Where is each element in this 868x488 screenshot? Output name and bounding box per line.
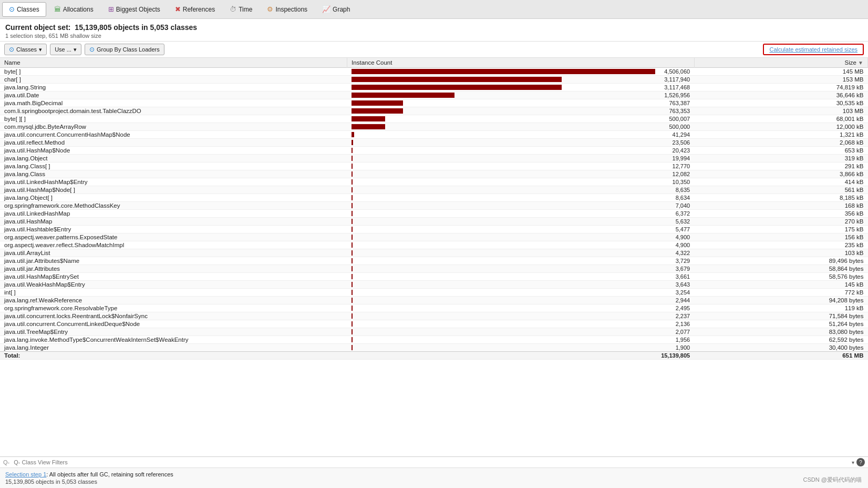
table-row[interactable]: java.util.reflect.Method 23,506 2,068 kB <box>0 139 868 147</box>
nav-tab-classes[interactable]: ⊙Classes <box>2 2 46 17</box>
current-set-count: 15,139,805 objects in 5,053 classes <box>75 23 197 32</box>
count-bar-fill <box>352 219 353 224</box>
table-row[interactable]: java.util.concurrent.locks.ReentrantLock… <box>0 312 868 320</box>
table-row[interactable]: com.mysql.jdbc.ByteArrayRow 500,000 12,0… <box>0 123 868 131</box>
table-row[interactable]: java.lang.Class[ ] 12,770 291 kB <box>0 162 868 170</box>
count-value: 5,477 <box>658 226 690 232</box>
table-row[interactable]: java.util.HashMap$EntrySet 3,661 58,576 … <box>0 273 868 281</box>
group-by-class-loaders-btn[interactable]: ⊙ Group By Class Loaders <box>85 44 164 55</box>
table-row[interactable]: byte[ ][ ] 500,007 68,001 kB <box>0 115 868 123</box>
cell-class-name: int[ ] <box>0 289 347 297</box>
cell-size: 1,321 kB <box>694 131 867 139</box>
cell-instance-count: 1,526,956 <box>347 92 695 99</box>
filter-bar: Q- ▾ ? <box>0 456 868 467</box>
table-row[interactable]: byte[ ] 4,506,060 145 MB <box>0 68 868 76</box>
cell-size: 89,496 bytes <box>694 257 867 265</box>
table-row[interactable]: java.util.WeakHashMap$Entry 3,643 145 kB <box>0 281 868 289</box>
count-value: 500,007 <box>658 116 690 122</box>
table-row[interactable]: java.lang.Class 12,082 3,866 kB <box>0 170 868 178</box>
count-bar-fill <box>352 100 403 106</box>
count-bar-fill <box>352 329 353 334</box>
cell-instance-count: 3,643 <box>347 281 695 289</box>
table-row[interactable]: java.lang.Object 19,994 319 kB <box>0 155 868 162</box>
table-row[interactable]: java.util.concurrent.ConcurrentLinkedDeq… <box>0 320 868 328</box>
use-dropdown-btn[interactable]: Use ... ▾ <box>50 44 81 55</box>
count-value: 3,679 <box>658 266 690 272</box>
table-row[interactable]: java.lang.ref.WeakReference 2,944 94,208… <box>0 297 868 304</box>
col-size[interactable]: Size ▼ <box>694 58 867 68</box>
table-row[interactable]: java.util.jar.Attributes 3,679 58,864 by… <box>0 265 868 273</box>
table-row[interactable]: org.springframework.core.ResolvableType … <box>0 304 868 312</box>
table-row[interactable]: java.lang.Object[ ] 8,634 8,185 kB <box>0 194 868 202</box>
current-set-label: Current object set: <box>5 23 70 32</box>
table-row[interactable]: int[ ] 3,254 772 kB <box>0 289 868 297</box>
class-table: Name Instance Count Size ▼ byte[ ] <box>0 58 868 360</box>
cell-instance-count: 4,900 <box>347 233 695 241</box>
table-row[interactable]: java.lang.Integer 1,900 30,400 bytes <box>0 344 868 352</box>
table-row[interactable]: java.util.HashMap$Node 20,423 653 kB <box>0 147 868 155</box>
cell-instance-count: 2,136 <box>347 320 695 328</box>
table-row[interactable]: java.util.HashMap 5,632 270 kB <box>0 218 868 226</box>
table-row[interactable]: java.util.Date 1,526,956 36,646 kB <box>0 92 868 99</box>
table-row[interactable]: org.aspectj.weaver.reflect.ShadowMatchIm… <box>0 241 868 249</box>
count-bar-fill <box>352 148 353 153</box>
table-row[interactable]: java.lang.String 3,117,468 74,819 kB <box>0 84 868 92</box>
count-bar-fill <box>352 77 562 82</box>
references-tab-label: References <box>183 6 215 13</box>
classes-tab-icon: ⊙ <box>9 5 15 13</box>
nav-tab-biggest[interactable]: ⊞Biggest Objects <box>101 2 167 17</box>
count-value: 763,353 <box>658 108 690 114</box>
cell-class-name: org.aspectj.weaver.patterns.ExposedState <box>0 233 347 241</box>
cell-size: 30,535 kB <box>694 99 867 107</box>
col-name[interactable]: Name <box>0 58 347 68</box>
dropdown-arrow-filter[interactable]: ▾ <box>852 460 854 465</box>
calc-retained-btn[interactable]: Calculate estimated retained sizes <box>763 44 864 55</box>
count-value: 5,632 <box>658 218 690 225</box>
nav-tab-inspections[interactable]: ⚙Inspections <box>260 2 314 17</box>
cell-class-name: java.lang.ref.WeakReference <box>0 297 347 304</box>
table-row[interactable]: java.lang.invoke.MethodType$ConcurrentWe… <box>0 336 868 344</box>
table-row[interactable]: org.springframework.core.MethodClassKey … <box>0 202 868 210</box>
cell-class-name: java.math.BigDecimal <box>0 99 347 107</box>
count-bar-bg <box>352 69 656 74</box>
count-bar-bg <box>352 227 656 232</box>
count-value: 4,900 <box>658 234 690 240</box>
classes-dropdown-btn[interactable]: ⊙ Classes ▾ <box>4 44 47 55</box>
cell-size: 30,400 bytes <box>694 344 867 352</box>
table-row[interactable]: java.util.LinkedHashMap 6,372 356 kB <box>0 210 868 218</box>
count-bar-bg <box>352 116 656 121</box>
col-instance-count[interactable]: Instance Count <box>347 58 695 68</box>
table-row[interactable]: char[ ] 3,117,940 153 MB <box>0 76 868 84</box>
cell-size: 156 kB <box>694 233 867 241</box>
count-bar-bg <box>352 313 656 319</box>
nav-tab-time[interactable]: ⏱Time <box>223 2 259 17</box>
filter-help-btn[interactable]: ? <box>856 458 865 466</box>
table-row[interactable]: java.util.HashMap$Node[ ] 8,635 561 kB <box>0 186 868 194</box>
table-row[interactable]: org.aspectj.weaver.patterns.ExposedState… <box>0 233 868 241</box>
count-bar-fill <box>352 274 353 279</box>
table-row[interactable]: java.util.Hashtable$Entry 5,477 175 kB <box>0 226 868 233</box>
nav-tab-allocations[interactable]: 🏛Allocations <box>47 2 100 17</box>
current-set-sub: 1 selection step, 651 MB shallow size <box>5 33 863 39</box>
table-row[interactable]: java.util.concurrent.ConcurrentHashMap$N… <box>0 131 868 139</box>
nav-tab-graph[interactable]: 📈Graph <box>315 2 357 17</box>
cell-size: 12,000 kB <box>694 123 867 131</box>
count-bar-bg <box>352 242 656 248</box>
table-row[interactable]: java.util.ArrayList 4,322 103 kB <box>0 249 868 257</box>
count-bar-bg <box>352 132 656 137</box>
table-row[interactable]: java.util.LinkedHashMap$Entry 10,350 414… <box>0 178 868 186</box>
cell-instance-count: 1,956 <box>347 336 695 344</box>
cell-instance-count: 4,322 <box>347 249 695 257</box>
nav-tab-references[interactable]: ✖References <box>168 2 222 17</box>
count-bar-bg <box>352 195 656 200</box>
table-row[interactable]: com.li.springbootproject.domain.test.Tab… <box>0 107 868 115</box>
table-row[interactable]: java.math.BigDecimal 763,387 30,535 kB <box>0 99 868 107</box>
count-bar-fill <box>352 227 353 232</box>
references-tab-icon: ✖ <box>175 5 181 13</box>
table-row[interactable]: java.util.TreeMap$Entry 2,077 83,080 byt… <box>0 328 868 336</box>
class-view-filter-input[interactable] <box>12 458 850 466</box>
total-count: 15,139,805 <box>347 352 695 360</box>
count-value: 1,526,956 <box>658 92 690 98</box>
selection-step-link[interactable]: Selection step 1 <box>5 471 46 477</box>
table-row[interactable]: java.util.jar.Attributes$Name 3,729 89,4… <box>0 257 868 265</box>
